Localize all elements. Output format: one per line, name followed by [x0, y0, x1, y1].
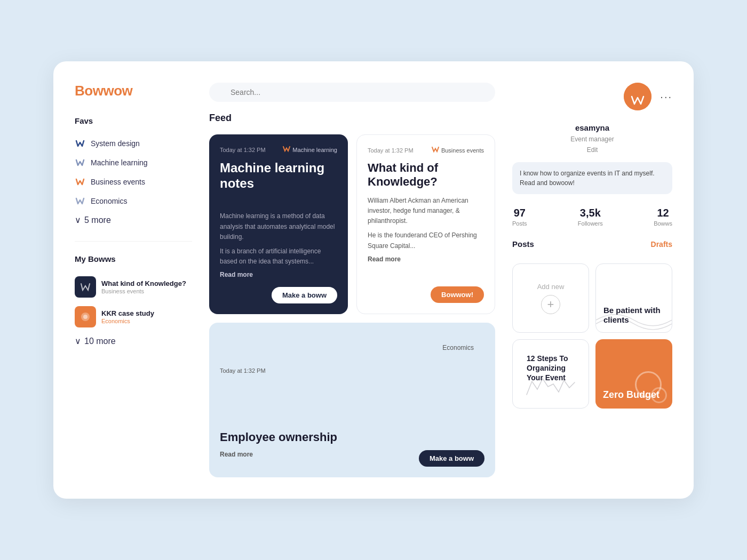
stat-posts: 97 Posts	[512, 207, 527, 227]
bowws-more-link[interactable]: ∨ 10 more	[75, 333, 192, 349]
profile-edit-link[interactable]: Edit	[587, 146, 598, 154]
make-boww-btn-emp[interactable]: Make a boww	[419, 450, 484, 467]
my-bowws-title: My Bowws	[75, 254, 192, 263]
w-tag-icon-wk	[432, 146, 439, 155]
card-title-wk: What kind of Knowledge?	[368, 161, 484, 189]
steps-card[interactable]: 12 Steps To Organizing Your Event	[512, 339, 589, 409]
boww-item-1[interactable]: KKR case study Economics	[75, 302, 192, 332]
sidebar: Bowwow Favs System design Machine learni…	[75, 83, 192, 477]
card-read-more-ml[interactable]: Read more	[220, 271, 337, 278]
logo-text: Bowwow	[75, 83, 132, 99]
header-row: 🔍	[209, 83, 495, 102]
be-patient-title: Be patient with clients	[603, 306, 664, 325]
search-wrapper: 🔍	[209, 83, 495, 102]
make-boww-btn-ml[interactable]: Make a boww	[272, 287, 337, 303]
w-tag-icon-ml	[283, 145, 290, 154]
boww-info-1: KKR case study Economics	[101, 309, 154, 325]
card-time-emp: Today at 1:32 PM	[220, 367, 266, 374]
posts-grid: Add new + Be patient with clients 12 Ste…	[512, 263, 672, 409]
fav-label-business-events: Business events	[91, 178, 145, 186]
card-title-emp: Employee ownership	[220, 430, 337, 444]
boww-item-0[interactable]: What kind of Knowledge? Business events	[75, 272, 192, 302]
stat-label-followers: Followers	[578, 220, 603, 227]
w-icon-economics	[75, 196, 85, 206]
add-new-card[interactable]: Add new +	[512, 263, 589, 333]
card-time-ml: Today at 1:32 PM	[220, 147, 266, 153]
card-header-wk: Today at 1:32 PM Business events	[368, 146, 484, 155]
card-read-more-wk[interactable]: Read more	[368, 255, 484, 263]
zero-budget-card[interactable]: Zero Budget	[595, 339, 672, 409]
card-read-more-emp[interactable]: Read more	[220, 451, 337, 458]
drafts-label[interactable]: Drafts	[651, 240, 672, 249]
stat-bowws: 12 Bowws	[654, 207, 672, 227]
profile-name: esamyna	[575, 123, 609, 132]
favs-title: Favs	[75, 116, 192, 125]
profile-section: esamyna Event manager Edit	[512, 123, 672, 154]
fav-label-system-design: System design	[91, 139, 140, 148]
card-body1-wk: William Albert Ackman an American invest…	[368, 196, 484, 227]
card-what-kind[interactable]: Today at 1:32 PM Business events What ki…	[356, 134, 495, 314]
boww-info-0: What kind of Knowledge? Business events	[101, 279, 186, 295]
be-patient-card[interactable]: Be patient with clients	[595, 263, 672, 333]
w-icon-business-events	[75, 177, 85, 187]
bowwow-btn-wk[interactable]: Bowwow!	[431, 286, 484, 303]
avatar	[624, 83, 651, 110]
stat-num-posts: 97	[514, 207, 526, 219]
card-header-ml: Today at 1:32 PM Machine learning	[220, 145, 337, 154]
fav-label-machine-learning: Machine learning	[91, 158, 148, 167]
search-input[interactable]	[209, 83, 495, 102]
boww-cat-0: Business events	[101, 288, 186, 294]
stats-row: 97 Posts 3,5k Followers 12 Bowws	[512, 203, 672, 231]
card-tag-emp: Economics	[432, 333, 484, 408]
card-body2-wk: He is the founderand CEO of Pershing Squ…	[368, 230, 484, 251]
card-machine-learning[interactable]: Today at 1:32 PM Machine learning Machin…	[209, 134, 348, 314]
card-title-ml: Machine learning notes	[220, 161, 337, 191]
logo: Bowwow	[75, 83, 192, 99]
sidebar-divider	[75, 241, 192, 242]
card-tag-label-ml: Machine learning	[292, 147, 337, 153]
svg-point-2	[624, 83, 651, 110]
favs-more-label: 5 more	[84, 215, 111, 225]
card-tag-wk: Business events	[432, 146, 484, 155]
fav-item-economics[interactable]: Economics	[75, 191, 192, 211]
favs-more-link[interactable]: ∨ 5 more	[75, 212, 192, 228]
w-icon-machine-learning	[75, 157, 85, 168]
boww-thumb-what-kind	[75, 276, 96, 298]
card-time-wk: Today at 1:32 PM	[368, 147, 414, 154]
chevron-down-icon: ∨	[75, 215, 81, 225]
card-content-emp: Employee ownership Read more	[220, 426, 337, 467]
stat-followers: 3,5k Followers	[578, 207, 603, 227]
card-body2-ml: It is a branch of artificial intelligenc…	[220, 246, 337, 267]
card-employee[interactable]: Today at 1:32 PM Economics Employee owne…	[209, 323, 495, 477]
top-bar-right: ···	[512, 83, 672, 110]
steps-decoration	[519, 376, 582, 399]
stat-num-followers: 3,5k	[580, 207, 601, 219]
svg-point-1	[83, 315, 88, 319]
feed-grid: Today at 1:32 PM Machine learning Machin…	[209, 134, 495, 477]
fav-label-economics: Economics	[91, 197, 127, 205]
app-container: Bowwow Favs System design Machine learni…	[53, 61, 694, 499]
boww-name-0: What kind of Knowledge?	[101, 279, 186, 289]
stat-num-bowws: 12	[657, 207, 669, 219]
stat-label-bowws: Bowws	[654, 220, 672, 227]
fav-item-system-design[interactable]: System design	[75, 134, 192, 153]
add-post-button[interactable]: +	[541, 295, 560, 314]
card-tag-ml: Machine learning	[283, 145, 337, 154]
card-body1-ml: Machine learning is a method of data ana…	[220, 211, 337, 242]
card-tag-label-wk: Business events	[441, 147, 484, 154]
bio-bubble: I know how to organize events in IT and …	[512, 162, 672, 194]
dots-menu[interactable]: ···	[660, 91, 672, 103]
fav-item-machine-learning[interactable]: Machine learning	[75, 153, 192, 172]
boww-cat-1: Economics	[101, 318, 154, 324]
boww-name-1: KKR case study	[101, 309, 154, 318]
zero-budget-title: Zero Budget	[603, 389, 665, 401]
feed-section: 🔍 Feed Today at 1:32 PM Machine learn	[209, 83, 495, 477]
feed-title: Feed	[209, 113, 495, 124]
add-new-label: Add new	[537, 283, 565, 291]
right-panel: ··· esamyna Event manager Edit I know ho…	[512, 83, 672, 477]
w-icon-system-design	[75, 138, 85, 149]
posts-header: Posts Drafts	[512, 239, 672, 249]
stat-label-posts: Posts	[512, 220, 527, 227]
fav-item-business-events[interactable]: Business events	[75, 172, 192, 191]
posts-label: Posts	[512, 239, 534, 249]
